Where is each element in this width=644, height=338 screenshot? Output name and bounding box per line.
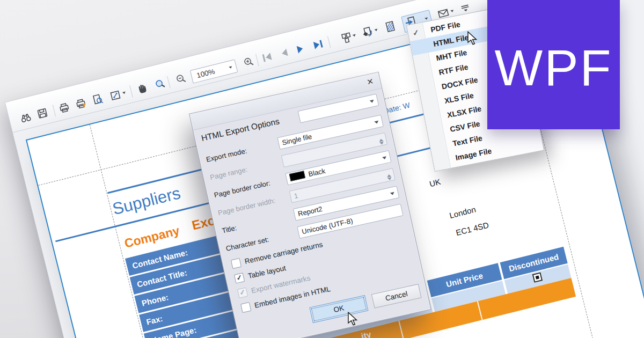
scale-icon <box>109 92 122 103</box>
chevron-down-icon[interactable] <box>122 92 127 96</box>
first-page-button[interactable] <box>265 53 272 61</box>
table-layout-label: Table layout <box>247 264 287 280</box>
spinner-icon <box>378 136 385 148</box>
printer-icon <box>58 105 71 116</box>
search-button[interactable] <box>19 111 34 125</box>
multiple-pages-icon <box>341 34 354 46</box>
table-layout-checkbox[interactable]: ✓ <box>234 273 245 283</box>
page-setup-button[interactable] <box>91 93 106 107</box>
chevron-down-icon[interactable] <box>375 28 379 33</box>
promo-canvas: 100% <box>0 0 644 338</box>
magnifier-tool-button[interactable] <box>153 77 168 92</box>
print-button[interactable] <box>58 101 72 115</box>
chevron-down-icon <box>229 66 233 70</box>
chevron-down-icon <box>370 100 375 106</box>
page-color-button[interactable] <box>361 26 375 40</box>
save-button[interactable] <box>36 107 50 121</box>
page-setup-icon <box>92 96 105 107</box>
export-watermarks-checkbox: ✓ <box>237 288 248 298</box>
title-value: Report2 <box>297 205 323 218</box>
country-value: UK <box>428 177 441 189</box>
mouse-cursor-icon <box>346 312 359 328</box>
orange-band-text: ity <box>360 330 372 338</box>
ok-button[interactable]: OK <box>309 295 368 323</box>
page-border-color-value: Black <box>308 167 326 179</box>
page-range-label: Page range: <box>209 165 248 181</box>
close-icon[interactable]: ✕ <box>366 76 375 87</box>
next-page-button[interactable] <box>297 45 304 53</box>
page-color-icon <box>362 29 375 40</box>
zoom-in-button[interactable] <box>242 55 257 70</box>
export-mode-label: Export mode: <box>206 146 248 163</box>
chevron-down-icon[interactable] <box>353 34 357 39</box>
character-set-label: Character set: <box>225 236 269 253</box>
mouse-cursor-icon <box>466 31 479 47</box>
magnifier-icon <box>155 80 167 92</box>
watermark-button[interactable] <box>384 20 398 34</box>
quick-print-button[interactable] <box>75 97 89 112</box>
postal-code-value: EC1 4SD <box>455 220 490 237</box>
zoom-out-button[interactable] <box>174 72 189 86</box>
hand-icon <box>137 85 150 96</box>
hand-tool-button[interactable] <box>136 82 150 96</box>
previous-page-button[interactable] <box>281 49 288 57</box>
cell-divider <box>398 321 404 338</box>
quick-print-icon <box>75 100 88 112</box>
binoculars-icon <box>20 114 33 126</box>
page-border-width-label: Page border width: <box>217 196 276 217</box>
zoom-in-icon <box>243 58 256 70</box>
toolbar-separator <box>167 76 171 89</box>
zoom-out-icon <box>175 76 188 87</box>
chevron-down-icon[interactable] <box>450 10 455 14</box>
toolbar-separator <box>255 54 259 67</box>
color-swatch <box>289 171 305 181</box>
chevron-down-icon <box>374 121 379 127</box>
last-page-button[interactable] <box>313 41 320 49</box>
character-set-value: Unicode (UTF-8) <box>301 217 354 236</box>
title-label: Title: <box>221 224 237 235</box>
multiple-pages-button[interactable] <box>340 31 355 45</box>
spinner-icon <box>386 171 393 183</box>
watermark-icon <box>384 23 397 34</box>
chevron-down-icon <box>382 156 387 162</box>
zoom-level-value: 100% <box>196 67 216 79</box>
cancel-button[interactable]: Cancel <box>371 284 422 308</box>
export-mode-value: Single file <box>281 133 312 147</box>
toolbar-separator <box>129 85 133 98</box>
wpf-badge-label: WPF <box>494 32 612 97</box>
embed-images-checkbox[interactable] <box>240 302 251 313</box>
city-value: London <box>449 204 477 220</box>
page-border-color-label: Page border color: <box>213 179 271 199</box>
page-border-width-value: 1 <box>293 192 298 200</box>
check-icon: ✓ <box>412 25 421 41</box>
cell-divider <box>477 301 483 320</box>
toolbar-separator <box>327 36 331 48</box>
wpf-badge: WPF <box>487 0 620 129</box>
remove-carriage-returns-checkbox[interactable] <box>231 258 241 269</box>
scale-button[interactable] <box>109 89 123 103</box>
save-icon <box>36 110 49 121</box>
toolbar-separator <box>53 105 56 117</box>
chevron-down-icon <box>390 192 396 198</box>
